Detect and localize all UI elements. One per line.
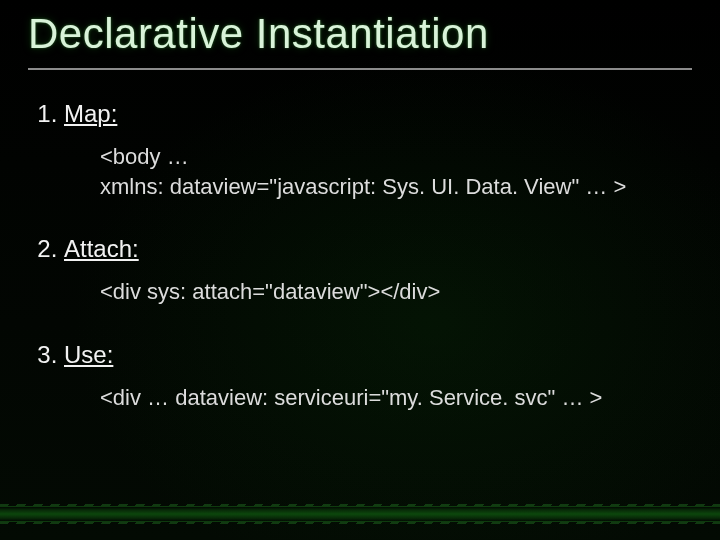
step-label: Map:	[64, 100, 117, 127]
slide-body: Map: <body … xmlns: dataview="javascript…	[30, 100, 690, 500]
code-block-map: <body … xmlns: dataview="javascript: Sys…	[100, 142, 690, 201]
step-label: Attach:	[64, 235, 139, 262]
step-label: Use:	[64, 341, 113, 368]
footer-decorative-stripe	[0, 506, 720, 522]
step-use: Use: <div … dataview: serviceuri="my. Se…	[64, 341, 690, 413]
steps-list: Map: <body … xmlns: dataview="javascript…	[30, 100, 690, 413]
slide: Declarative Instantiation Map: <body … x…	[0, 0, 720, 540]
slide-title: Declarative Instantiation	[28, 10, 692, 70]
step-map: Map: <body … xmlns: dataview="javascript…	[64, 100, 690, 201]
step-attach: Attach: <div sys: attach="dataview"></di…	[64, 235, 690, 307]
code-block-attach: <div sys: attach="dataview"></div>	[100, 277, 690, 307]
code-block-use: <div … dataview: serviceuri="my. Service…	[100, 383, 690, 413]
